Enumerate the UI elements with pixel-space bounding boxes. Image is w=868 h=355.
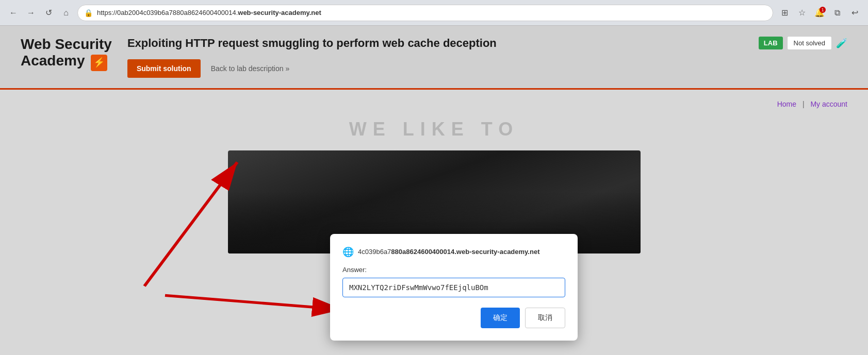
logo-area: Web Security Academy ⚡	[21, 36, 112, 71]
domain-text: 4c039b6a7880a8624600400014.web-security-…	[358, 248, 539, 256]
dialog-answer-label: Answer:	[342, 266, 565, 274]
home-link[interactable]: Home	[777, 100, 796, 108]
nav-buttons: ← → ↺ ⌂	[6, 6, 73, 20]
notification-button[interactable]: 🔔 1	[812, 6, 827, 20]
dialog-answer-input[interactable]	[342, 278, 565, 297]
globe-icon: 🌐	[342, 246, 354, 258]
header-right: Exploiting HTTP request smuggling to per…	[127, 36, 847, 78]
lab-status: LAB Not solved 🧪	[759, 36, 847, 50]
address-bar[interactable]: 🔒 https://0ab2004c039b6a7880a86246004000…	[77, 5, 773, 21]
dialog-buttons: 确定 取消	[342, 308, 565, 328]
lab-info: Exploiting HTTP request smuggling to per…	[127, 36, 759, 78]
home-button[interactable]: ⌂	[59, 6, 73, 20]
flask-icon: 🧪	[836, 38, 847, 49]
lab-title: Exploiting HTTP request smuggling to per…	[127, 36, 759, 51]
not-solved-status: Not solved	[787, 36, 832, 50]
forward-button[interactable]: →	[24, 6, 38, 20]
svg-line-2	[165, 295, 343, 309]
logo-badge: ⚡	[91, 55, 107, 71]
answer-dialog: 🌐 4c039b6a7880a8624600400014.web-securit…	[330, 234, 578, 341]
svg-line-1	[144, 162, 237, 286]
back-button[interactable]: ←	[6, 6, 21, 20]
update-button[interactable]: ↩	[847, 6, 862, 20]
nav-links: Home | My account	[21, 100, 847, 108]
extensions-button[interactable]: ⧉	[830, 6, 844, 20]
lab-badge-label: LAB	[759, 37, 783, 49]
dialog-domain: 🌐 4c039b6a7880a8624600400014.web-securit…	[342, 246, 565, 258]
security-icon: 🔒	[84, 9, 93, 17]
site-header: Web Security Academy ⚡ Exploiting HTTP r…	[0, 26, 868, 90]
reload-button[interactable]: ↺	[41, 6, 56, 20]
dialog-confirm-button[interactable]: 确定	[481, 308, 520, 328]
bg-text: WE LIKE TO	[21, 119, 847, 140]
nav-separator: |	[803, 100, 805, 108]
my-account-link[interactable]: My account	[810, 100, 847, 108]
page-body: Home | My account WE LIKE TO	[0, 90, 868, 355]
browser-actions: ⊞ ☆ 🔔 1 ⧉ ↩	[777, 6, 862, 20]
qr-icon-button[interactable]: ⊞	[777, 6, 792, 20]
browser-chrome: ← → ↺ ⌂ 🔒 https://0ab2004c039b6a7880a862…	[0, 0, 868, 26]
url-text: https://0ab2004c039b6a7880a8624600400014…	[97, 9, 766, 16]
back-to-lab-link[interactable]: Back to lab description »	[211, 64, 290, 73]
lab-actions: Submit solution Back to lab description …	[127, 59, 759, 78]
submit-solution-button[interactable]: Submit solution	[127, 59, 201, 78]
page-content: Web Security Academy ⚡ Exploiting HTTP r…	[0, 26, 868, 355]
star-button[interactable]: ☆	[795, 6, 809, 20]
chevron-right-icon: »	[286, 64, 290, 73]
logo-text: Web Security Academy ⚡	[21, 36, 112, 71]
dialog-cancel-button[interactable]: 取消	[525, 308, 565, 328]
